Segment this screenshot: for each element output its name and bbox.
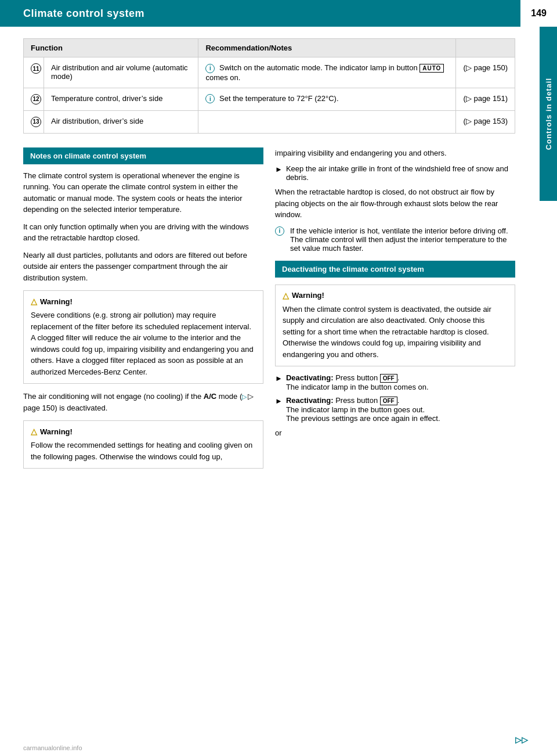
bullet-arrow-icon-1: ►	[275, 165, 283, 174]
info-icon-2: i	[205, 94, 215, 103]
warning-triangle-icon-3: △	[283, 291, 289, 300]
row1-recommendation: i Switch on the automatic mode. The indi…	[198, 57, 456, 88]
watermark: carmanualonline.info	[23, 744, 82, 751]
page-footer-symbol: ▷▷	[515, 735, 528, 744]
bullet-item-1: ► Keep the air intake grille in front of…	[275, 164, 515, 182]
deactivate-warning-text: When the climate control system is deact…	[283, 304, 508, 361]
warning-box-1: △ Warning! Severe conditions (e.g. stron…	[23, 290, 263, 384]
warning-triangle-icon: △	[31, 297, 37, 306]
row1-num: 11	[24, 57, 44, 88]
row3-num: 13	[24, 110, 44, 133]
deactivate-section: Deactivating the climate control system …	[275, 261, 515, 439]
left-para1: The climate control system is operationa…	[23, 170, 263, 215]
row1-pageref: (▷ page 150)	[456, 57, 515, 88]
right-para-continued: impairing visibility and endangering you…	[275, 147, 515, 159]
deactivate-bullet-2: ► Reactivating: Press button OFF. The in…	[275, 396, 515, 423]
deactivate-header: Deactivating the climate control system	[275, 261, 515, 278]
row3-function: Air distribution, driver’s side	[44, 110, 198, 133]
right-column: impairing visibility and endangering you…	[275, 147, 515, 476]
bullet1-text: Keep the air intake grille in front of t…	[286, 164, 515, 182]
deactivate-warning-box: △ Warning! When the climate control syst…	[275, 285, 515, 367]
row1-function: Air distribution and air volume (automat…	[44, 57, 198, 88]
table-row: 12 Temperature control, driver’s side i …	[24, 88, 515, 110]
warning-title-1: △ Warning!	[31, 297, 256, 306]
row2-pageref: (▷ page 151)	[456, 88, 515, 110]
page-header: Climate control system 149	[0, 0, 557, 27]
side-tab: Controls in detail	[540, 27, 557, 201]
row3-recommendation	[198, 110, 456, 133]
deactivate-bullet2-content: Reactivating: Press button OFF. The indi…	[286, 396, 440, 423]
info-icon-1: i	[205, 64, 215, 73]
left-para3: Nearly all dust particles, pollutants an…	[23, 250, 263, 284]
info-note-block: i If the vehicle interior is hot, ventil…	[275, 226, 515, 253]
two-column-layout: Notes on climate control system The clim…	[23, 147, 515, 476]
circle-num-12: 12	[31, 94, 41, 105]
warning-triangle-icon-2: △	[31, 427, 37, 436]
circle-num-11: 11	[31, 63, 41, 74]
warning-title-2: △ Warning!	[31, 427, 256, 436]
circle-num-13: 13	[31, 117, 41, 127]
side-tab-label: Controls in detail	[544, 78, 553, 150]
bullet-arrow-icon-2: ►	[275, 374, 283, 383]
table-row: 13 Air distribution, driver’s side (▷ pa…	[24, 110, 515, 133]
retractable-para: When the retractable hardtop is closed, …	[275, 186, 515, 221]
warning1-text: Severe conditions (e.g. strong air pollu…	[31, 309, 256, 377]
function-table: Function Recommendation/Notes 11 Air dis…	[23, 38, 515, 134]
bullet-arrow-icon-3: ►	[275, 397, 283, 405]
info-icon-note: i	[275, 226, 284, 236]
left-section-header: Notes on climate control system	[23, 147, 263, 164]
table-row: 11 Air distribution and air volume (auto…	[24, 57, 515, 88]
col1-header: Function	[24, 39, 198, 57]
row2-num: 12	[24, 88, 44, 110]
row3-pageref: (▷ page 153)	[456, 110, 515, 133]
main-content: Function Recommendation/Notes 11 Air dis…	[0, 27, 538, 487]
auto-button: AUTO	[419, 64, 444, 73]
deactivate-warning-title: △ Warning!	[283, 291, 508, 300]
footer-or: or	[275, 427, 515, 439]
warning-box-2: △ Warning! Follow the recommended settin…	[23, 420, 263, 469]
off-button-2: OFF	[380, 397, 397, 405]
left-column: Notes on climate control system The clim…	[23, 147, 263, 476]
arrow-ref-1: ▷	[242, 393, 247, 400]
off-button-1: OFF	[380, 374, 397, 383]
warning2-text: Follow the recommended settings for heat…	[31, 440, 256, 462]
col2-header: Recommendation/Notes	[198, 39, 456, 57]
left-para2: It can only function optimally when you …	[23, 221, 263, 244]
deactivate-bullet1-content: Deactivating: Press button OFF. The indi…	[286, 373, 429, 391]
left-para4: The air conditioning will not engage (no…	[23, 391, 263, 413]
page-title: Climate control system	[23, 8, 144, 20]
deactivate-bullet-1: ► Deactivating: Press button OFF. The in…	[275, 373, 515, 391]
row2-recommendation: i Set the temperature to 72°F (22°C).	[198, 88, 456, 110]
page-number: 149	[520, 0, 557, 27]
info-note-text: If the vehicle interior is hot, ventilat…	[290, 226, 515, 253]
row2-function: Temperature control, driver’s side	[44, 88, 198, 110]
col3-header	[456, 39, 515, 57]
